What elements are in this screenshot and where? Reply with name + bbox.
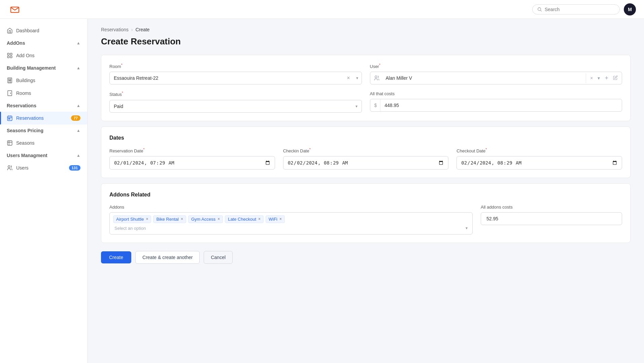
costs-input-wrapper: $: [370, 99, 622, 112]
status-select[interactable]: Paid Pending Cancelled: [110, 100, 362, 112]
checkout-date-group: Checkout Date*: [456, 148, 622, 170]
user-add-button[interactable]: +: [603, 73, 610, 83]
sidebar-item-users[interactable]: Users 131: [0, 161, 87, 174]
addon-tag-airport-shuttle-label: Airport Shuttle: [116, 217, 144, 222]
create-button[interactable]: Create: [101, 251, 131, 263]
addon-tag-bike-rental-label: Bike Rental: [156, 217, 178, 222]
status-group: Status* Paid Pending Cancelled ▾: [109, 91, 362, 112]
sidebar-item-buildings[interactable]: Buildings: [0, 74, 87, 87]
chevron-up-users-icon: ▲: [76, 153, 80, 158]
checkin-date-label: Checkin Date*: [283, 148, 449, 153]
room-user-section: Room* × ▾ User*: [101, 55, 631, 121]
addon-remove-airport-shuttle[interactable]: ×: [146, 217, 148, 221]
checkout-date-input[interactable]: [456, 156, 622, 170]
addon-remove-wifi[interactable]: ×: [279, 217, 282, 221]
addon-tag-late-checkout-label: Late Checkout: [228, 217, 256, 222]
sidebar-section-building-title: Building Management: [7, 65, 56, 71]
svg-rect-0: [8, 3, 22, 16]
room-clear-button[interactable]: ×: [344, 75, 352, 81]
addon-remove-bike-rental[interactable]: ×: [181, 217, 183, 221]
sidebar-section-reservations[interactable]: Reservations ▲: [0, 100, 87, 112]
user-dropdown-button[interactable]: ▾: [596, 74, 601, 82]
user-label: User*: [370, 63, 622, 69]
sidebar-section-reservations-title: Reservations: [7, 103, 36, 108]
reservations-badge: 77: [71, 115, 80, 121]
addons-section-title: Addons Related: [109, 192, 622, 198]
chevron-up-reservations-icon: ▲: [76, 103, 80, 108]
sidebar-item-seasons[interactable]: Seasons: [0, 137, 87, 149]
room-input[interactable]: [110, 72, 344, 84]
breadcrumb-current: Create: [135, 27, 149, 32]
sidebar-addons-label: Add Ons: [16, 53, 34, 58]
page-title: Create Reservation: [101, 36, 631, 47]
addons-dropdown-icon[interactable]: ▾: [464, 226, 469, 230]
door-icon: [7, 90, 13, 96]
addons-tags: Airport Shuttle × Bike Rental × Gym Acce…: [113, 215, 469, 223]
avatar[interactable]: M: [624, 3, 636, 15]
room-label: Room*: [109, 63, 362, 69]
svg-rect-12: [8, 91, 12, 96]
cancel-button[interactable]: Cancel: [204, 251, 233, 264]
dates-row: Reservation Date* Checkin Date* Checkout…: [109, 148, 622, 170]
addons-wrapper[interactable]: Airport Shuttle × Bike Rental × Gym Acce…: [109, 212, 473, 234]
addon-remove-late-checkout[interactable]: ×: [258, 217, 261, 221]
addons-costs-input[interactable]: [481, 213, 622, 225]
room-dropdown-icon[interactable]: ▾: [353, 76, 362, 80]
svg-point-13: [10, 93, 11, 94]
users-icon: [7, 165, 13, 171]
sidebar-section-users[interactable]: Users Managment ▲: [0, 149, 87, 161]
sidebar-section-seasons-title: Seasons Pricing: [7, 128, 43, 133]
sidebar-section-seasons[interactable]: Seasons Pricing ▲: [0, 124, 87, 137]
addon-tag-late-checkout: Late Checkout ×: [225, 215, 264, 223]
user-field-actions: × ▾ +: [586, 73, 622, 83]
logo: [8, 3, 22, 16]
user-field-value: Alan Miller V: [383, 72, 586, 84]
costs-group: All that costs $: [370, 91, 622, 112]
status-select-wrapper[interactable]: Paid Pending Cancelled ▾: [109, 100, 362, 113]
svg-point-16: [9, 118, 10, 119]
checkin-date-input[interactable]: [283, 156, 449, 170]
home-icon: [7, 28, 13, 34]
sidebar-item-reservations[interactable]: Reservations 77: [0, 112, 87, 124]
chevron-up-icon: ▲: [76, 41, 80, 45]
addons-costs-label: All addons costs: [481, 205, 622, 210]
room-group: Room* × ▾: [109, 63, 362, 84]
search-input[interactable]: [545, 7, 615, 12]
create-another-button[interactable]: Create & create another: [135, 251, 200, 264]
costs-label: All that costs: [370, 91, 622, 96]
sidebar-item-dashboard[interactable]: Dashboard: [0, 24, 87, 37]
user-edit-button[interactable]: [612, 74, 619, 82]
svg-point-19: [375, 76, 377, 78]
room-user-row: Room* × ▾ User*: [109, 63, 622, 84]
costs-input[interactable]: [380, 99, 622, 111]
main-content: Reservations › Create Create Reservation…: [88, 19, 644, 363]
addons-section: Addons Related Addons Airport Shuttle × …: [101, 183, 631, 243]
addon-tag-wifi-label: WiFi: [269, 217, 277, 222]
sidebar-item-addons[interactable]: Add Ons: [0, 49, 87, 62]
package-icon: [7, 52, 13, 59]
topnav: M: [0, 0, 644, 19]
sidebar-dashboard-label: Dashboard: [16, 28, 39, 33]
addon-tag-gym-access: Gym Access ×: [188, 215, 223, 223]
user-clear-button[interactable]: ×: [589, 74, 594, 82]
user-field-wrapper[interactable]: Alan Miller V × ▾ +: [370, 72, 622, 84]
sidebar-section-addons-title: AddOns: [7, 40, 25, 46]
svg-rect-4: [10, 53, 12, 55]
search-icon: [537, 7, 542, 12]
layout: Dashboard AddOns ▲ Add Ons Building Mana…: [0, 19, 644, 363]
svg-rect-9: [10, 79, 11, 80]
status-label: Status*: [109, 91, 362, 97]
sidebar-section-addons[interactable]: AddOns ▲: [0, 37, 87, 49]
addons-placeholder: Select an option: [113, 225, 147, 231]
search-box[interactable]: [532, 4, 620, 14]
svg-rect-5: [7, 56, 9, 58]
breadcrumb-parent[interactable]: Reservations: [101, 27, 129, 32]
room-input-wrapper[interactable]: × ▾: [109, 72, 362, 84]
sidebar-seasons-label: Seasons: [16, 140, 34, 146]
reservation-date-input[interactable]: [109, 156, 275, 170]
sidebar-item-rooms[interactable]: Rooms: [0, 87, 87, 100]
sidebar-section-building[interactable]: Building Management ▲: [0, 62, 87, 74]
reservation-date-label: Reservation Date*: [109, 148, 275, 153]
addons-label: Addons: [109, 205, 473, 210]
addon-remove-gym-access[interactable]: ×: [217, 217, 220, 221]
